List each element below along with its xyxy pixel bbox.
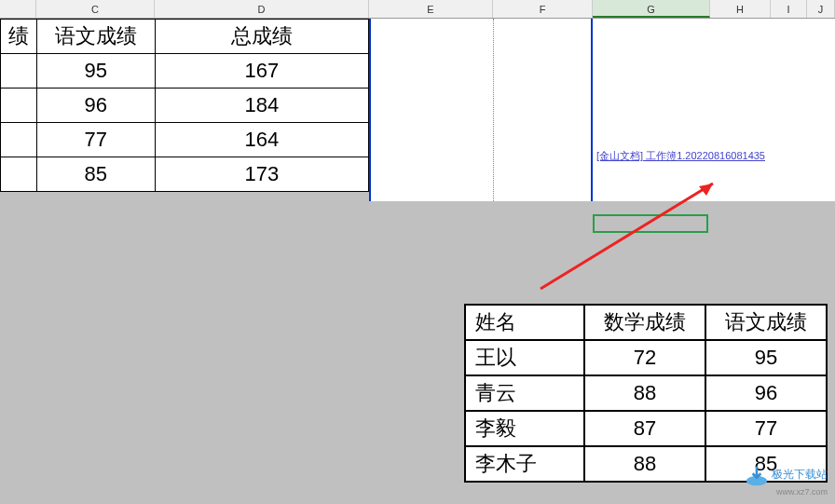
- cell-d2[interactable]: 167: [155, 54, 368, 89]
- site-watermark: 极光下载站 www.xz7.com: [745, 463, 828, 497]
- cell-c5[interactable]: 85: [36, 157, 155, 192]
- cell-b2[interactable]: [1, 54, 37, 89]
- cell-c4[interactable]: 77: [36, 123, 155, 157]
- cell-b5[interactable]: [1, 157, 37, 192]
- page1-table-area: 绩 语文成绩 总成绩 95 167 96 184 77 164 85: [0, 19, 369, 192]
- col-header-j[interactable]: J: [807, 0, 835, 18]
- cell-c2[interactable]: 95: [36, 54, 155, 89]
- col-header-d[interactable]: D: [155, 0, 369, 18]
- float-chinese-1[interactable]: 96: [705, 375, 827, 411]
- cell-b3[interactable]: [1, 89, 37, 123]
- cell-d3[interactable]: 184: [155, 89, 368, 123]
- float-math-0[interactable]: 72: [584, 340, 705, 375]
- col-header-e[interactable]: E: [369, 0, 493, 18]
- floating-data-table: 姓名 数学成绩 语文成绩 王以 72 95 青云 88 96 李毅 87 77 …: [464, 304, 828, 483]
- float-name-0[interactable]: 王以: [465, 340, 584, 375]
- column-header-row: C D E F G H I J: [0, 0, 835, 19]
- active-cell-selection[interactable]: [593, 214, 708, 233]
- float-math-1[interactable]: 88: [584, 375, 705, 411]
- page-break-line: [493, 19, 494, 201]
- document-link[interactable]: [金山文档] 工作簿1.20220816081435: [596, 149, 765, 163]
- col-header-i[interactable]: I: [771, 0, 807, 18]
- download-icon: [745, 463, 769, 487]
- float-header-name[interactable]: 姓名: [465, 305, 584, 340]
- float-name-2[interactable]: 李毅: [465, 411, 584, 446]
- col-header-c[interactable]: C: [36, 0, 155, 18]
- float-header-chinese[interactable]: 语文成绩: [705, 305, 827, 340]
- header-chinese[interactable]: 语文成绩: [36, 20, 155, 54]
- page3-area[interactable]: [593, 19, 835, 201]
- cell-c3[interactable]: 96: [36, 89, 155, 123]
- col-header-f[interactable]: F: [493, 0, 593, 18]
- float-chinese-2[interactable]: 77: [705, 411, 827, 446]
- site-name: 极光下载站: [772, 468, 828, 481]
- cell-b4[interactable]: [1, 123, 37, 157]
- site-url: www.xz7.com: [745, 487, 828, 497]
- page2-area[interactable]: [369, 19, 593, 201]
- main-data-table[interactable]: 绩 语文成绩 总成绩 95 167 96 184 77 164 85: [0, 19, 369, 192]
- float-header-math[interactable]: 数学成绩: [584, 305, 705, 340]
- col-header-b[interactable]: [0, 0, 36, 18]
- float-name-1[interactable]: 青云: [465, 375, 584, 411]
- header-total[interactable]: 总成绩: [155, 20, 368, 54]
- col-header-h[interactable]: H: [710, 0, 771, 18]
- float-name-3[interactable]: 李木子: [465, 446, 584, 482]
- float-math-2[interactable]: 87: [584, 411, 705, 446]
- float-chinese-0[interactable]: 95: [705, 340, 827, 375]
- float-math-3[interactable]: 88: [584, 446, 705, 482]
- cell-d4[interactable]: 164: [155, 123, 368, 157]
- cell-d5[interactable]: 173: [155, 157, 368, 192]
- col-header-g[interactable]: G: [593, 0, 710, 18]
- header-partial[interactable]: 绩: [1, 20, 37, 54]
